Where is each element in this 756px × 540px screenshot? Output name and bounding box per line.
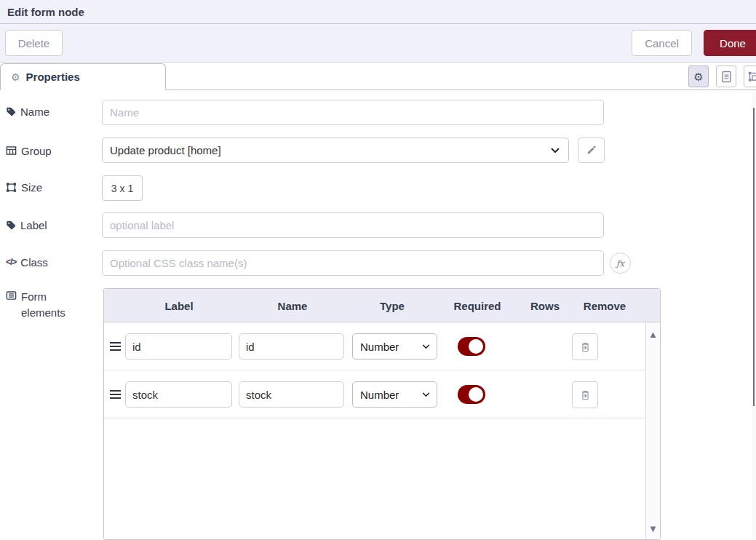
element-name-input[interactable] [239, 333, 344, 360]
document-icon [721, 71, 732, 83]
chevron-down-icon [422, 392, 430, 397]
description-view-button[interactable] [716, 65, 736, 87]
form-elements-label: Form elements [6, 289, 73, 321]
cancel-button[interactable]: Cancel [632, 30, 692, 56]
trash-icon [580, 341, 591, 353]
element-type-select[interactable]: Number [352, 333, 437, 360]
properties-view-button[interactable]: ⚙ [688, 65, 709, 87]
label-input[interactable] [102, 213, 604, 238]
tab-bar: ⚙ Properties ⚙ [0, 63, 756, 90]
required-toggle[interactable] [458, 337, 485, 356]
size-field-label: Size [6, 181, 42, 194]
table-row: Number [104, 322, 645, 370]
element-type-value: Number [360, 341, 399, 353]
object-group-icon [6, 182, 17, 193]
element-name-input[interactable] [239, 381, 344, 408]
scrollbar-thumb[interactable] [753, 108, 755, 406]
edit-form-node-dialog: Edit form node Delete Cancel Done ⚙ Prop… [0, 0, 756, 540]
drag-handle-icon[interactable] [110, 342, 121, 351]
group-field-label: Group [6, 145, 52, 157]
required-toggle[interactable] [458, 385, 485, 404]
group-select-value: Update product [home] [110, 144, 221, 156]
table-row: Number [104, 370, 645, 418]
remove-row-button[interactable] [572, 381, 598, 408]
table-header-row: Label Name Type Required Rows Remove [104, 289, 660, 322]
name-input[interactable] [102, 100, 604, 125]
element-label-input[interactable] [125, 381, 232, 408]
group-select[interactable]: Update product [home] [102, 138, 569, 163]
tag-icon [6, 220, 16, 231]
table-body: Number [104, 322, 645, 539]
column-header-remove: Remove [584, 289, 626, 322]
done-button[interactable]: Done [704, 30, 756, 56]
toggle-knob [469, 387, 483, 402]
size-button[interactable]: 3 x 1 [102, 175, 143, 201]
tag-icon [6, 106, 16, 117]
column-header-name: Name [278, 289, 308, 322]
label-field-label: Label [6, 219, 47, 231]
window-scrollbar[interactable] [752, 90, 756, 540]
element-label-input[interactable] [125, 333, 232, 360]
class-field-label: </> Class [6, 256, 48, 269]
table-scrollbar[interactable]: ▲ ▼ [645, 322, 660, 539]
edit-group-button[interactable] [578, 138, 605, 163]
appearance-view-button[interactable] [744, 65, 756, 87]
drag-handle-icon[interactable] [110, 390, 121, 399]
column-header-type: Type [380, 289, 405, 322]
code-icon: </> [6, 257, 16, 267]
gear-icon: ⚙ [11, 72, 20, 82]
dialog-titlebar: Edit form node [0, 0, 756, 24]
gear-icon: ⚙ [693, 71, 703, 82]
object-group-icon [748, 71, 756, 82]
scroll-down-icon[interactable]: ▼ [646, 524, 660, 533]
form-elements-table: Label Name Type Required Rows Remove Num… [103, 288, 661, 540]
column-header-required: Required [453, 289, 501, 322]
class-dynamic-button[interactable]: ƒx [610, 253, 631, 274]
scroll-up-icon[interactable]: ▲ [646, 330, 660, 339]
class-input[interactable] [102, 250, 604, 276]
chevron-down-icon [422, 344, 430, 349]
toggle-knob [469, 339, 483, 354]
dialog-title: Edit form node [7, 6, 84, 18]
trash-icon [580, 389, 591, 401]
list-alt-icon [6, 290, 17, 301]
tab-properties[interactable]: ⚙ Properties [0, 63, 166, 90]
fx-icon: ƒx [616, 258, 624, 269]
table-icon [6, 146, 17, 156]
element-type-value: Number [360, 389, 399, 401]
name-field-label: Name [6, 106, 49, 118]
dialog-toolbar: Delete Cancel Done [0, 24, 756, 63]
column-header-rows: Rows [530, 289, 560, 322]
column-header-label: Label [164, 289, 193, 322]
element-type-select[interactable]: Number [352, 381, 437, 408]
chevron-down-icon [551, 148, 560, 154]
remove-row-button[interactable] [572, 333, 598, 360]
delete-button[interactable]: Delete [5, 30, 63, 56]
pencil-icon [586, 145, 597, 156]
tab-properties-label: Properties [26, 71, 80, 83]
